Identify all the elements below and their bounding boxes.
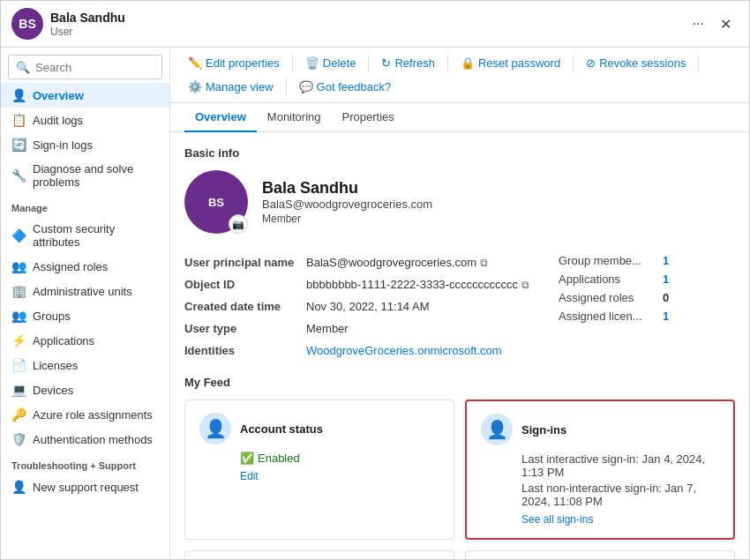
auth-methods-icon: 🛡️ <box>11 432 26 446</box>
more-options-button[interactable]: ··· <box>687 14 709 34</box>
sidebar-item-auth-methods[interactable]: 🛡️ Authentication methods <box>1 427 169 452</box>
prop-label-created: Created date time <box>184 300 299 313</box>
stat-label-groups: Group membe... <box>559 254 656 267</box>
sign-ins-card: 👤 Sign-ins Last interactive sign-in: Jan… <box>465 399 735 540</box>
sidebar-item-azure-role[interactable]: 🔑 Azure role assignments <box>1 402 169 427</box>
prop-created: Created date time Nov 30, 2022, 11:14 AM <box>184 295 541 317</box>
properties-section: User principal name BalaS@woodgrovegroce… <box>184 251 541 362</box>
stats-section: Group membe... 1 Applications 1 Assigned… <box>559 251 735 362</box>
admin-units-icon: 🏢 <box>11 284 26 298</box>
search-input[interactable] <box>35 61 170 74</box>
sidebar-item-diagnose[interactable]: 🔧 Diagnose and solve problems <box>1 157 169 194</box>
reset-password-button[interactable]: 🔒 Reset password <box>454 53 567 73</box>
prop-label-identities: Identities <box>184 344 299 357</box>
stat-value-roles[interactable]: 0 <box>663 291 669 304</box>
account-enabled-status: ✅ Enabled <box>240 452 439 465</box>
feedback-icon: 💬 <box>299 80 313 93</box>
last-interactive-signin: Last interactive sign-in: Jan 4, 2024, 1… <box>521 452 719 479</box>
app-container: BS Bala Sandhu User ··· ✕ 🔍 « 👤 Overview <box>1 1 749 560</box>
stat-value-groups[interactable]: 1 <box>663 254 669 267</box>
identities-link[interactable]: WoodgroveGroceries.onmicrosoft.com <box>306 344 502 357</box>
copy-upn-icon[interactable]: ⧉ <box>480 257 488 269</box>
title-info: Bala Sandhu User <box>50 11 125 38</box>
sidebar-item-audit-logs[interactable]: 📋 Audit logs <box>1 108 169 132</box>
prop-label-usertype: User type <box>184 322 299 335</box>
separator <box>447 55 448 72</box>
sidebar-item-label: Licenses <box>33 359 78 372</box>
manage-view-button[interactable]: ⚙️ Manage view <box>181 77 281 97</box>
stat-value-licenses[interactable]: 1 <box>663 310 669 323</box>
sidebar-item-label: Groups <box>33 310 71 323</box>
edit-icon: ✏️ <box>188 56 202 70</box>
delete-button[interactable]: 🗑️ Delete <box>298 53 364 73</box>
close-button[interactable]: ✕ <box>713 14 739 34</box>
prop-objectid: Object ID bbbbbbbb-1111-2222-3333-cccccc… <box>184 273 541 295</box>
tab-properties[interactable]: Properties <box>332 103 405 132</box>
sign-ins-icon: 👤 <box>481 414 513 445</box>
sidebar-item-label: Audit logs <box>33 114 83 127</box>
sidebar-item-applications[interactable]: ⚡ Applications <box>1 328 169 353</box>
sidebar-item-label: Custom security attributes <box>33 222 159 249</box>
basic-info: BS 📷 Bala Sandhu BalaS@woodgrovegrocerie… <box>184 170 735 234</box>
content-area: ✏️ Edit properties 🗑️ Delete ↻ Refresh 🔒… <box>170 48 749 560</box>
feed-title: My Feed <box>184 376 735 389</box>
search-box[interactable]: 🔍 « <box>8 55 162 79</box>
feed-grid: 👤 Account status ✅ Enabled Edit <box>184 399 735 560</box>
account-status-label: Enabled <box>258 452 300 465</box>
sidebar-item-label: Administrative units <box>33 285 132 298</box>
sidebar-item-licenses[interactable]: 📄 Licenses <box>1 353 169 377</box>
signin-icon: 🔄 <box>11 138 26 152</box>
prop-label-objectid: Object ID <box>184 278 299 291</box>
sidebar-item-label: Azure role assignments <box>33 408 153 422</box>
sidebar-item-admin-units[interactable]: 🏢 Administrative units <box>1 279 169 303</box>
user-initials: BS <box>208 196 224 209</box>
devices-icon: 💻 <box>11 383 26 397</box>
title-bar-right: ··· ✕ <box>687 14 739 34</box>
stat-value-apps[interactable]: 1 <box>663 273 669 286</box>
mfa-status-card: 👤 MFA status ✅ Capable with 5 authentica… <box>465 550 735 560</box>
refresh-label: Refresh <box>394 56 435 70</box>
sidebar-item-support[interactable]: 👤 New support request <box>1 474 169 499</box>
prop-value-identities: WoodgroveGroceries.onmicrosoft.com <box>306 344 502 357</box>
sidebar-item-custom-security[interactable]: 🔷 Custom security attributes <box>1 217 169 254</box>
audit-icon: 📋 <box>11 113 26 127</box>
main-layout: 🔍 « 👤 Overview 📋 Audit logs 🔄 Sign-in lo… <box>1 48 749 560</box>
sidebar-item-label: Diagnose and solve problems <box>33 162 159 189</box>
copy-objectid-icon[interactable]: ⧉ <box>521 279 529 291</box>
sidebar-item-sign-in-logs[interactable]: 🔄 Sign-in logs <box>1 132 169 157</box>
tab-monitoring[interactable]: Monitoring <box>257 103 332 132</box>
prop-identities: Identities WoodgroveGroceries.onmicrosof… <box>184 340 541 362</box>
card-header-account: 👤 Account status <box>199 413 439 444</box>
edit-properties-button[interactable]: ✏️ Edit properties <box>181 53 287 73</box>
prop-value-objectid: bbbbbbbb-1111-2222-3333-cccccccccccc ⧉ <box>306 278 529 291</box>
toolbar: ✏️ Edit properties 🗑️ Delete ↻ Refresh 🔒… <box>170 48 749 103</box>
last-noninteractive-signin: Last non-interactive sign-in: Jan 7, 202… <box>521 482 719 508</box>
feedback-button[interactable]: 💬 Got feedback? <box>292 77 399 97</box>
tab-overview[interactable]: Overview <box>184 103 257 132</box>
overview-content: Basic info BS 📷 Bala Sandhu BalaS@woodgr… <box>170 132 749 560</box>
sidebar-item-label: Overview <box>33 89 84 102</box>
account-status-icon: 👤 <box>199 413 231 444</box>
separator <box>573 55 574 72</box>
sidebar-item-overview[interactable]: 👤 Overview <box>1 83 169 108</box>
sidebar-item-assigned-roles[interactable]: 👥 Assigned roles <box>1 254 169 279</box>
avatar: BS <box>11 8 43 40</box>
prop-upn: User principal name BalaS@woodgrovegroce… <box>184 251 541 273</box>
basic-info-title: Basic info <box>184 146 735 160</box>
see-all-signins-link[interactable]: See all sign-ins <box>521 513 719 526</box>
sidebar-item-groups[interactable]: 👥 Groups <box>1 303 169 328</box>
revoke-icon: ⊘ <box>586 56 596 70</box>
stat-assigned-licenses: Assigned licen... 1 <box>559 307 735 325</box>
separator <box>292 55 293 72</box>
revoke-sessions-button[interactable]: ⊘ Revoke sessions <box>579 53 693 73</box>
title-bar-left: BS Bala Sandhu User <box>11 8 125 40</box>
support-icon: 👤 <box>11 480 26 494</box>
refresh-button[interactable]: ↻ Refresh <box>374 53 442 73</box>
account-status-card: 👤 Account status ✅ Enabled Edit <box>184 399 454 540</box>
user-email: BalaS@woodgrovegroceries.com <box>262 198 432 211</box>
camera-icon[interactable]: 📷 <box>229 214 248 234</box>
sidebar-item-devices[interactable]: 💻 Devices <box>1 377 169 402</box>
stat-applications: Applications 1 <box>559 270 735 288</box>
groups-icon: 👥 <box>11 309 26 323</box>
account-edit-link[interactable]: Edit <box>240 470 439 482</box>
